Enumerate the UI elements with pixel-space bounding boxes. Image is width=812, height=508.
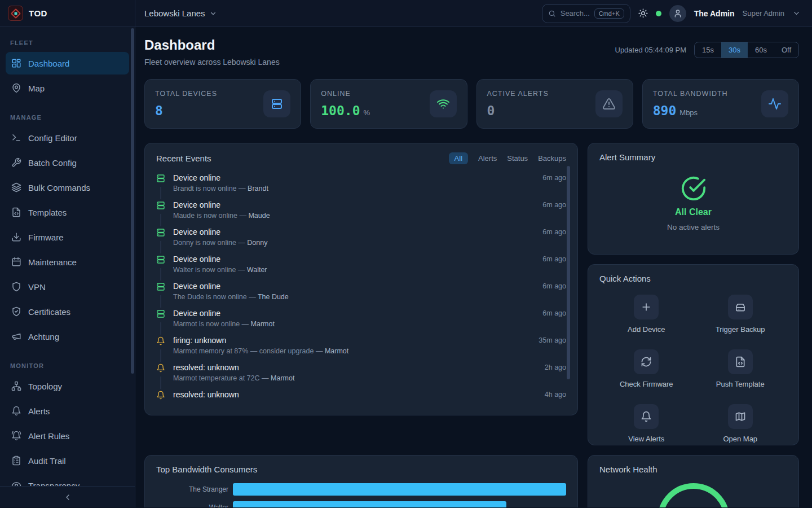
search-placeholder: Search... (561, 9, 590, 17)
sidebar-item-transparency[interactable]: Transparency (6, 474, 129, 486)
server-icon (270, 97, 284, 111)
bandwidth-bar[interactable] (233, 483, 566, 496)
sidebar-item-firmware[interactable]: Firmware (6, 226, 129, 248)
stat-card-active-alerts: ACTIVE ALERTS 0 (476, 79, 633, 129)
quick-action-add-device[interactable]: Add Device (599, 295, 694, 334)
event-title: Device online (173, 172, 535, 182)
bandwidth-bar[interactable] (233, 501, 506, 507)
server-icon (156, 199, 165, 214)
sidebar-item-audit-trail[interactable]: Audit Trail (6, 449, 129, 472)
event-row[interactable]: Device online Maude is now online — Maud… (156, 199, 566, 226)
event-subtitle: The Dude is now online — The Dude (173, 293, 535, 301)
sidebar-item-label: Batch Config (28, 158, 77, 168)
event-title: Device online (173, 281, 535, 291)
events-scrollbar[interactable] (567, 166, 570, 379)
org-selector[interactable]: Lebowski Lanes (144, 8, 217, 18)
refresh-interval-30s[interactable]: 30s (721, 42, 748, 58)
sidebar-item-label: Bulk Commands (28, 183, 90, 192)
sidebar-item-topology[interactable]: Topology (6, 375, 129, 397)
network-health-card: Network Health 100 (588, 455, 799, 507)
events-filter-status[interactable]: Status (507, 154, 528, 163)
bell-ring-icon (11, 431, 21, 441)
bell-icon (156, 389, 165, 402)
events-filter-alerts[interactable]: Alerts (478, 154, 497, 163)
sidebar-item-achtung[interactable]: Achtung (6, 325, 129, 348)
layers-icon (11, 182, 21, 192)
search-input[interactable]: Search... Cmd+K (542, 4, 630, 23)
sidebar-item-label: Templates (28, 208, 67, 217)
hard-drive-icon (735, 301, 746, 313)
sidebar-collapse-button[interactable] (0, 486, 135, 507)
map-pin-icon (11, 83, 21, 93)
page-subtitle: Fleet overview across Lebowski Lanes (144, 58, 280, 67)
event-subtitle: Walter is now online — Walter (173, 266, 535, 274)
calendar-icon (11, 257, 21, 267)
event-subtitle: Marmot is now online — Marmot (173, 320, 535, 328)
event-row[interactable]: Device online Walter is now online — Wal… (156, 253, 566, 281)
server-icon (156, 281, 165, 295)
org-selector-label: Lebowski Lanes (144, 8, 205, 18)
sidebar-item-batch-config[interactable]: Batch Config (6, 151, 129, 174)
events-filter-all[interactable]: All (449, 152, 468, 164)
event-row[interactable]: Device online Donny is now online — Donn… (156, 226, 566, 253)
quick-action-label: View Alerts (628, 435, 664, 443)
recent-events-card: Recent Events All Alerts Status Backups (144, 143, 578, 415)
nav-section-fleet: FLEET (6, 35, 129, 52)
quick-action-label: Trigger Backup (716, 325, 765, 334)
event-row[interactable]: Device online Brandt is now online — Bra… (156, 172, 566, 199)
quick-action-check-firmware[interactable]: Check Firmware (599, 349, 694, 388)
stat-label: ACTIVE ALERTS (487, 90, 549, 98)
alert-summary-title: Alert Summary (599, 152, 787, 162)
refresh-interval-group: 15s 30s 60s Off (694, 42, 799, 58)
alert-summary-status: All Clear (675, 207, 712, 217)
sidebar-item-label: Achtung (28, 332, 59, 341)
terminal-icon (11, 133, 21, 143)
event-row[interactable]: resolved: unknown 4h ago (156, 389, 566, 402)
quick-action-label: Add Device (628, 325, 665, 334)
theme-toggle-sun-icon[interactable] (638, 8, 648, 18)
refresh-interval-60s[interactable]: 60s (748, 42, 774, 58)
sidebar-item-dashboard[interactable]: Dashboard (6, 52, 129, 75)
network-icon (11, 381, 21, 391)
sidebar-item-label: Alert Rules (28, 431, 69, 441)
refresh-interval-15s[interactable]: 15s (695, 42, 721, 58)
network-health-title: Network Health (599, 465, 657, 474)
sidebar-item-vpn[interactable]: VPN (6, 275, 129, 298)
activity-icon (768, 97, 782, 111)
event-row[interactable]: firing: unknown Marmot memory at 87% — c… (156, 335, 566, 362)
refresh-icon (641, 356, 652, 367)
event-row[interactable]: Device online The Dude is now online — T… (156, 281, 566, 308)
user-menu-chevron-down-icon[interactable] (792, 9, 801, 17)
quick-action-view-alerts[interactable]: View Alerts (599, 404, 694, 443)
sidebar-item-label: Transparency (28, 481, 80, 487)
sidebar-item-label: VPN (28, 282, 46, 292)
stat-label: ONLINE (321, 90, 370, 98)
sidebar-item-maintenance[interactable]: Maintenance (6, 251, 129, 273)
stat-value: 8 (155, 103, 163, 118)
event-title: Device online (173, 199, 535, 209)
sidebar-item-alerts[interactable]: Alerts (6, 400, 129, 422)
refresh-interval-off[interactable]: Off (774, 42, 798, 58)
user-icon (673, 9, 682, 18)
sidebar-item-templates[interactable]: Templates (6, 201, 129, 224)
quick-action-open-map[interactable]: Open Map (694, 404, 788, 443)
event-subtitle: Marmot memory at 87% — consider upgrade … (173, 347, 531, 355)
quick-action-trigger-backup[interactable]: Trigger Backup (694, 295, 788, 334)
stat-label: TOTAL BANDWIDTH (653, 90, 728, 98)
stat-label: TOTAL DEVICES (155, 90, 217, 98)
sidebar-scrollbar[interactable] (131, 28, 134, 374)
event-row[interactable]: Device online Marmot is now online — Mar… (156, 308, 566, 335)
event-subtitle: Brandt is now online — Brandt (173, 185, 535, 192)
event-row[interactable]: resolved: unknown Marmot temperature at … (156, 362, 566, 389)
sidebar-item-alert-rules[interactable]: Alert Rules (6, 424, 129, 447)
event-device: Marmot (271, 374, 294, 382)
sidebar-item-config-editor[interactable]: Config Editor (6, 126, 129, 149)
avatar[interactable] (669, 5, 686, 22)
sidebar-item-map[interactable]: Map (6, 77, 129, 99)
plus-icon (641, 301, 652, 313)
quick-action-push-template[interactable]: Push Template (694, 349, 788, 388)
sidebar-item-bulk-commands[interactable]: Bulk Commands (6, 176, 129, 199)
sidebar-item-label: Map (28, 84, 45, 93)
sidebar-item-certificates[interactable]: Certificates (6, 300, 129, 323)
events-filter-backups[interactable]: Backups (538, 154, 566, 163)
